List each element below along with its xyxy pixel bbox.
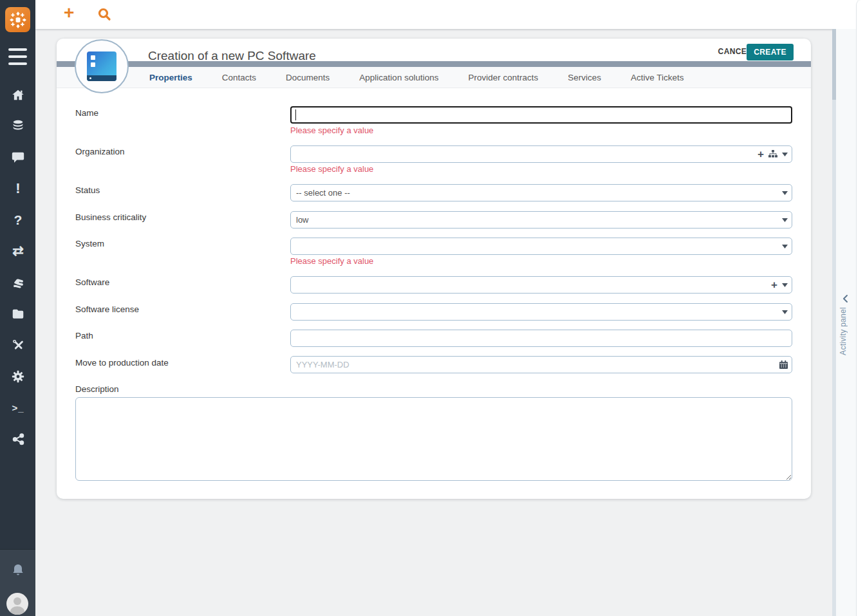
caret-down-icon[interactable] <box>782 191 788 195</box>
database-icon <box>11 119 25 133</box>
software-field-wrap: + <box>290 276 792 294</box>
business-criticality-field-wrap: low <box>290 211 792 229</box>
global-search-button[interactable] <box>97 6 112 24</box>
activity-panel-expand-button[interactable] <box>841 294 850 306</box>
left-sidebar: ! ? ⇄ >_ <box>0 0 35 616</box>
comment-icon <box>11 150 25 164</box>
caret-down-icon[interactable] <box>782 283 788 287</box>
name-field-wrap <box>290 106 792 124</box>
software-license-field-wrap <box>290 303 792 321</box>
caret-down-icon[interactable] <box>782 310 788 314</box>
system-label: System <box>75 239 104 248</box>
add-software-icon[interactable]: + <box>771 279 777 290</box>
path-input[interactable] <box>290 330 792 347</box>
object-creation-card: Creation of a new PC Software CANCEL CRE… <box>57 39 811 499</box>
organization-label: Organization <box>75 147 125 156</box>
menu-toggle-icon[interactable] <box>8 48 27 65</box>
path-field-wrap <box>290 330 792 347</box>
tools-icon <box>11 338 26 353</box>
tab-services[interactable]: Services <box>568 73 601 82</box>
description-field-wrap <box>75 397 792 481</box>
software-label: Software <box>75 277 109 287</box>
share-icon <box>12 432 25 445</box>
right-edge-panel <box>856 0 865 616</box>
itop-logo[interactable] <box>5 7 30 32</box>
status-value: -- select one -- <box>296 188 350 198</box>
tab-provider-contracts[interactable]: Provider contracts <box>468 73 538 82</box>
sidebar-item-console[interactable]: >_ <box>10 400 26 415</box>
caret-down-icon[interactable] <box>782 153 788 156</box>
move-to-production-date-label: Move to production date <box>75 358 169 368</box>
status-select[interactable]: -- select one -- <box>290 184 792 201</box>
main-content: Creation of a new PC Software CANCEL CRE… <box>35 29 832 616</box>
activity-panel-label: Activity panel <box>839 307 848 355</box>
header-separator-bar <box>57 61 811 67</box>
description-label: Description <box>75 384 119 394</box>
sidebar-item-settings[interactable] <box>10 369 26 384</box>
sidebar-item-transfers[interactable]: ⇄ <box>10 243 26 259</box>
business-criticality-value: low <box>296 215 309 225</box>
tab-active-tickets[interactable]: Active Tickets <box>631 73 684 82</box>
sidebar-item-data[interactable] <box>10 118 26 134</box>
sidebar-item-communications[interactable] <box>10 149 26 165</box>
status-field-wrap: -- select one -- <box>290 184 792 201</box>
itop-logo-icon <box>8 10 28 30</box>
user-avatar[interactable] <box>6 593 28 615</box>
exclamation-icon: ! <box>15 180 20 197</box>
tab-contacts[interactable]: Contacts <box>222 73 256 82</box>
caret-down-icon[interactable] <box>782 245 788 248</box>
top-toolbar: + <box>35 0 857 29</box>
home-icon <box>11 88 25 102</box>
tab-documents[interactable]: Documents <box>286 73 330 82</box>
sidebar-item-tools[interactable] <box>10 337 26 353</box>
business-criticality-select[interactable]: low <box>290 211 792 229</box>
organization-field-wrap: + <box>290 145 792 163</box>
sidebar-item-documents[interactable] <box>10 306 26 322</box>
software-license-select[interactable] <box>290 303 792 321</box>
move-to-production-date-field-wrap <box>290 356 792 373</box>
sidebar-bottom <box>0 549 35 616</box>
sidebar-item-home[interactable] <box>10 88 26 103</box>
tab-application-solutions[interactable]: Application solutions <box>359 73 438 82</box>
terminal-icon: >_ <box>12 402 24 413</box>
create-button[interactable]: CREATE <box>747 44 794 61</box>
system-error: Please specify a value <box>290 256 373 266</box>
chevron-left-icon <box>841 294 850 303</box>
sidebar-item-share[interactable] <box>10 431 26 446</box>
sidebar-item-help[interactable]: ? <box>10 212 26 228</box>
organization-error: Please specify a value <box>290 164 373 174</box>
name-input[interactable] <box>290 106 792 124</box>
calendar-icon[interactable] <box>779 360 788 369</box>
business-criticality-label: Business criticality <box>75 212 146 222</box>
hand-holding-icon <box>11 275 26 290</box>
name-error: Please specify a value <box>290 126 373 135</box>
software-license-label: Software license <box>75 304 139 314</box>
object-class-badge <box>75 39 129 93</box>
name-label: Name <box>75 108 98 118</box>
pc-software-icon <box>87 51 116 81</box>
bell-icon <box>10 563 26 578</box>
question-icon: ? <box>14 212 23 228</box>
search-icon <box>97 6 112 22</box>
tab-bar: Properties Contacts Documents Applicatio… <box>57 67 811 88</box>
move-to-production-date-input[interactable] <box>290 356 792 373</box>
software-input[interactable] <box>290 276 792 294</box>
text-cursor <box>295 109 296 120</box>
tab-properties[interactable]: Properties <box>149 73 192 82</box>
activity-panel-collapsed: Activity panel <box>836 29 856 616</box>
sidebar-item-services[interactable] <box>10 275 26 290</box>
system-field-wrap <box>290 238 792 255</box>
organization-input[interactable] <box>290 145 792 163</box>
path-label: Path <box>75 331 93 341</box>
add-organization-icon[interactable]: + <box>758 149 764 160</box>
hierarchy-icon[interactable] <box>768 150 777 158</box>
folder-icon <box>11 307 25 321</box>
quick-create-button[interactable]: + <box>64 3 74 23</box>
caret-down-icon[interactable] <box>782 218 788 222</box>
notifications-button[interactable] <box>10 563 26 581</box>
gear-icon <box>11 369 25 384</box>
sidebar-item-alerts[interactable]: ! <box>10 181 26 196</box>
person-icon <box>6 593 28 615</box>
description-textarea[interactable] <box>75 397 792 481</box>
system-select[interactable] <box>290 238 792 255</box>
